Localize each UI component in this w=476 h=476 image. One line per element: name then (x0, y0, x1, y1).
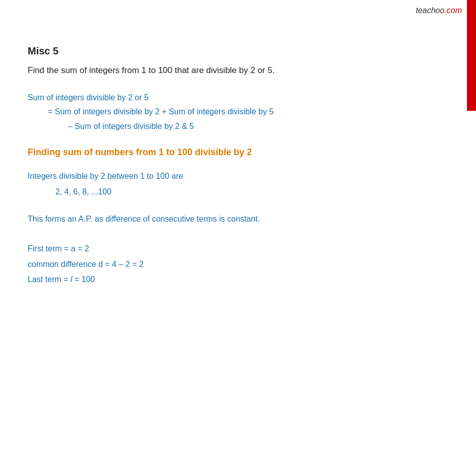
last-term: Last term = l = 100 (28, 272, 448, 287)
page-container: teachoo.com Misc 5 Find the sum of integ… (0, 0, 476, 476)
sum-line-1: = Sum of integers divisible by 2 + Sum o… (48, 105, 448, 118)
last-term-label: Last term = (28, 275, 71, 284)
first-term: First term = a = 2 (28, 241, 448, 256)
sum-section: Sum of integers divisible by 2 or 5 = Su… (28, 93, 448, 133)
terms-block: First term = a = 2 common difference d =… (28, 241, 448, 287)
brand-text: teachoo (416, 6, 444, 15)
finding-heading: Finding sum of numbers from 1 to 100 div… (28, 147, 448, 158)
brand: teachoo.com (416, 6, 462, 15)
common-diff-text: common difference d = 4 – 2 = 2 (28, 260, 144, 268)
brand-domain: .com (444, 6, 462, 15)
problem-statement: Find the sum of integers from 1 to 100 t… (28, 64, 448, 77)
red-bar (467, 0, 476, 111)
last-term-value: = 100 (72, 275, 95, 284)
ap-text: This forms an A.P. as difference of cons… (28, 213, 448, 226)
sum-line-2: – Sum of integers divisible by 2 & 5 (68, 120, 448, 133)
integers-list: 2, 4, 6, 8, ...100 (55, 185, 448, 198)
integers-intro: Integers divisible by 2 between 1 to 100… (28, 170, 448, 183)
common-diff: common difference d = 4 – 2 = 2 (28, 257, 448, 272)
sum-heading: Sum of integers divisible by 2 or 5 (28, 93, 448, 102)
page-title: Misc 5 (28, 45, 448, 57)
